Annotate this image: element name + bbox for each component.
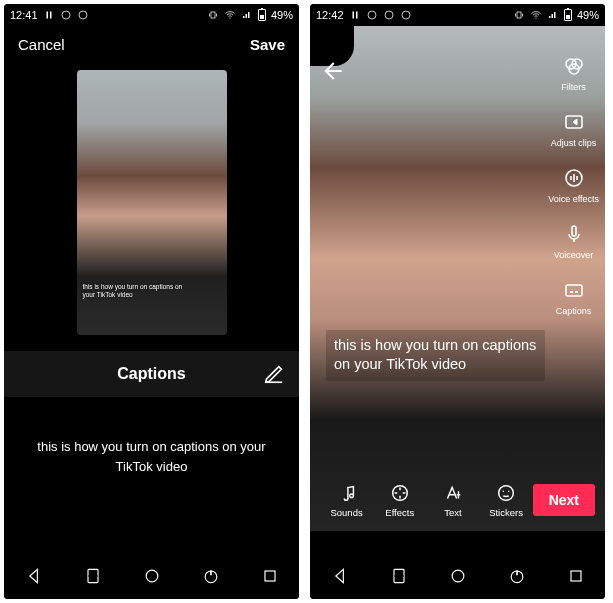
android-navbar [310, 553, 605, 599]
app-icon [383, 9, 395, 21]
svg-point-9 [385, 11, 393, 19]
svg-point-0 [62, 11, 70, 19]
svg-rect-11 [517, 12, 521, 18]
svg-point-8 [368, 11, 376, 19]
app-icon [77, 9, 89, 21]
phone-post-editor: 12:42 49% [310, 4, 605, 599]
stickers-button[interactable]: Stickers [479, 482, 532, 518]
pause-icon [43, 9, 55, 21]
voiceover-button[interactable]: Voiceover [548, 222, 599, 260]
signal-icon [547, 9, 559, 21]
filters-label: Filters [561, 82, 586, 92]
filters-button[interactable]: Filters [548, 54, 599, 92]
text-button[interactable]: Text [426, 482, 479, 518]
adjust-clips-label: Adjust clips [551, 138, 597, 148]
battery-percent: 49% [577, 9, 599, 21]
caption-text-row[interactable]: this is how you turn on captions on your… [4, 397, 299, 516]
captions-label: Captions [556, 306, 592, 316]
voiceover-label: Voiceover [554, 250, 594, 260]
captions-icon [562, 278, 586, 302]
sounds-button[interactable]: Sounds [320, 482, 373, 518]
nav-home-icon[interactable] [447, 565, 469, 587]
svg-point-12 [535, 17, 536, 18]
nav-recent-icon[interactable] [565, 565, 587, 587]
svg-rect-28 [571, 571, 581, 581]
stickers-icon [495, 482, 517, 504]
nav-split-icon[interactable] [388, 565, 410, 587]
svg-point-24 [508, 490, 509, 491]
nav-back-icon[interactable] [23, 565, 45, 587]
captions-button[interactable]: Captions [548, 278, 599, 316]
caption-overlay[interactable]: this is how you turn on captions on your… [326, 330, 545, 381]
nav-power-icon[interactable] [506, 565, 528, 587]
save-button[interactable]: Save [250, 36, 285, 53]
status-bar: 12:42 49% [310, 4, 605, 26]
captions-header-bar: Captions [4, 351, 299, 397]
svg-point-26 [452, 570, 464, 582]
svg-point-1 [79, 11, 87, 19]
svg-rect-19 [566, 285, 582, 296]
video-canvas[interactable]: Filters Adjust clips Voice effects Voice… [310, 26, 605, 531]
nav-home-icon[interactable] [141, 565, 163, 587]
text-icon [442, 482, 464, 504]
adjust-clips-icon [562, 110, 586, 134]
svg-point-10 [402, 11, 410, 19]
wifi-icon [224, 9, 236, 21]
nav-back-icon[interactable] [329, 565, 351, 587]
status-time: 12:42 [316, 9, 344, 21]
bottom-toolbar: Sounds Effects Text Stickers [310, 469, 605, 531]
nfc-icon [366, 9, 378, 21]
vibrate-icon [207, 9, 219, 21]
svg-rect-18 [572, 226, 576, 236]
battery-icon [564, 9, 572, 21]
sounds-icon [336, 482, 358, 504]
cancel-button[interactable]: Cancel [18, 36, 65, 53]
pause-icon [349, 9, 361, 21]
preview-caption-overlay: this is how you turn on captions on your… [83, 283, 183, 299]
voice-effects-label: Voice effects [548, 194, 599, 204]
filters-icon [562, 54, 586, 78]
nav-recent-icon[interactable] [259, 565, 281, 587]
status-time: 12:41 [10, 9, 38, 21]
svg-point-22 [499, 486, 514, 501]
nfc-icon [60, 9, 72, 21]
video-preview[interactable]: this is how you turn on captions on your… [77, 70, 227, 335]
phone-captions-editor: 12:41 49% Cancel Save this [4, 4, 299, 599]
effects-button[interactable]: Effects [373, 482, 426, 518]
caption-text: this is how you turn on captions on your… [37, 439, 265, 474]
adjust-clips-button[interactable]: Adjust clips [548, 110, 599, 148]
side-toolbar: Filters Adjust clips Voice effects Voice… [548, 54, 599, 316]
editor-topbar: Cancel Save [4, 26, 299, 62]
android-navbar [4, 553, 299, 599]
nav-power-icon[interactable] [200, 565, 222, 587]
svg-point-23 [503, 490, 504, 491]
svg-point-20 [349, 494, 353, 498]
captions-header-label: Captions [117, 365, 185, 383]
back-button[interactable] [320, 58, 346, 84]
voice-effects-icon [562, 166, 586, 190]
svg-rect-7 [265, 571, 275, 581]
battery-icon [258, 9, 266, 21]
status-bar: 12:41 49% [4, 4, 299, 26]
wifi-icon [530, 9, 542, 21]
svg-rect-2 [211, 12, 215, 18]
effects-icon [389, 482, 411, 504]
voiceover-icon [562, 222, 586, 246]
svg-point-3 [229, 17, 230, 18]
nav-split-icon[interactable] [82, 565, 104, 587]
signal-icon [241, 9, 253, 21]
svg-point-5 [146, 570, 158, 582]
vibrate-icon [513, 9, 525, 21]
battery-percent: 49% [271, 9, 293, 21]
next-button[interactable]: Next [533, 484, 595, 516]
app-icon [400, 9, 412, 21]
edit-icon[interactable] [263, 363, 285, 385]
voice-effects-button[interactable]: Voice effects [548, 166, 599, 204]
